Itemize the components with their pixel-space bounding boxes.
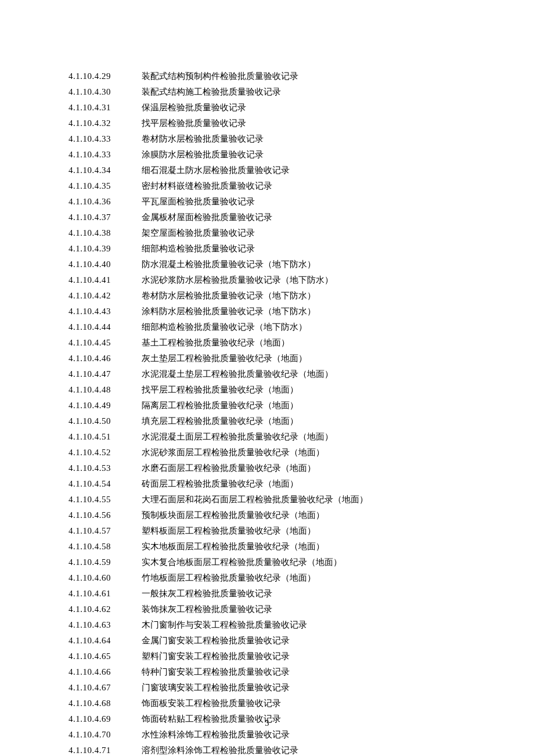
toc-entry-number: 4.1.10.4.54 <box>68 476 142 492</box>
toc-entry-title: 竹地板面层工程检验批质量验收纪录（地面） <box>142 570 482 586</box>
toc-entry: 4.1.10.4.58实木地板面层工程检验批质量验收纪录（地面） <box>68 539 482 555</box>
toc-entry-title: 平瓦屋面检验批质量验收记录 <box>142 194 482 210</box>
toc-entry: 4.1.10.4.37金属板材屋面检验批质量验收记录 <box>68 210 482 225</box>
toc-entry-number: 4.1.10.4.70 <box>68 727 142 743</box>
toc-entry-number: 4.1.10.4.49 <box>68 398 142 413</box>
toc-entry: 4.1.10.4.61一般抹灰工程检验批质量验收记录 <box>68 586 482 602</box>
toc-entry-number: 4.1.10.4.32 <box>68 116 142 131</box>
toc-entry-title: 预制板块面层工程检验批质量验收纪录（地面） <box>142 507 482 523</box>
toc-entry-title: 实木复合地板面层工程检验批质量验收纪录（地面） <box>142 555 482 570</box>
toc-entry-number: 4.1.10.4.46 <box>68 351 142 366</box>
toc-entry-number: 4.1.10.4.56 <box>68 507 142 523</box>
toc-entry-title: 细部构造检验批质量验收记录（地下防水） <box>142 319 482 335</box>
toc-entry-title: 一般抹灰工程检验批质量验收记录 <box>142 586 482 602</box>
toc-entry-number: 4.1.10.4.71 <box>68 743 142 756</box>
toc-entry-title: 灰土垫层工程检验批质量验收纪录（地面） <box>142 351 482 366</box>
toc-entry: 4.1.10.4.39细部构造检验批质量验收记录 <box>68 241 482 257</box>
toc-entry: 4.1.10.4.41水泥砂浆防水层检验批质量验收记录（地下防水） <box>68 272 482 288</box>
toc-entry-number: 4.1.10.4.64 <box>68 633 142 649</box>
toc-entry-title: 基土工程检验批质量验收纪录（地面） <box>142 335 482 351</box>
toc-entry-title: 找平层工程检验批质量验收纪录（地面） <box>142 382 482 398</box>
toc-entry: 4.1.10.4.48找平层工程检验批质量验收纪录（地面） <box>68 382 482 398</box>
toc-entry-number: 4.1.10.4.38 <box>68 225 142 241</box>
toc-entry: 4.1.10.4.30装配式结构施工检验批质量验收记录 <box>68 84 482 100</box>
toc-entry-number: 4.1.10.4.63 <box>68 617 142 633</box>
toc-entry-number: 4.1.10.4.41 <box>68 272 142 288</box>
toc-entry-title: 砖面层工程检验批质量验收纪录（地面） <box>142 476 482 492</box>
toc-entry: 4.1.10.4.66特种门窗安装工程检验批质量验收记录 <box>68 664 482 680</box>
toc-entry-number: 4.1.10.4.50 <box>68 413 142 429</box>
toc-entry-number: 4.1.10.4.29 <box>68 69 142 84</box>
toc-entry-number: 4.1.10.4.31 <box>68 100 142 116</box>
toc-entry-title: 塑料板面层工程检验批质量验收纪录（地面） <box>142 523 482 539</box>
toc-entry-number: 4.1.10.4.58 <box>68 539 142 555</box>
toc-entry-number: 4.1.10.4.51 <box>68 429 142 445</box>
toc-entry: 4.1.10.4.67门窗玻璃安装工程检验批质量验收记录 <box>68 680 482 696</box>
toc-entry-number: 4.1.10.4.35 <box>68 178 142 194</box>
toc-entry: 4.1.10.4.42卷材防水层检验批质量验收记录（地下防水） <box>68 288 482 304</box>
toc-entry-title: 细石混凝土防水层检验批质量验收记录 <box>142 163 482 178</box>
toc-entry-number: 4.1.10.4.44 <box>68 319 142 335</box>
toc-entry: 4.1.10.4.34细石混凝土防水层检验批质量验收记录 <box>68 163 482 178</box>
toc-entry-title: 水泥混凝土面层工程检验批质量验收纪录（地面） <box>142 429 482 445</box>
toc-entry: 4.1.10.4.32找平层检验批质量验收记录 <box>68 116 482 131</box>
toc-list: 4.1.10.4.29装配式结构预制构件检验批质量验收记录4.1.10.4.30… <box>68 69 482 756</box>
toc-entry: 4.1.10.4.44细部构造检验批质量验收记录（地下防水） <box>68 319 482 335</box>
page-number: 3 <box>0 719 534 728</box>
toc-entry-title: 特种门窗安装工程检验批质量验收记录 <box>142 664 482 680</box>
toc-entry-title: 水性涂料涂饰工程检验批质量验收记录 <box>142 727 482 743</box>
toc-entry: 4.1.10.4.54砖面层工程检验批质量验收纪录（地面） <box>68 476 482 492</box>
toc-entry-title: 门窗玻璃安装工程检验批质量验收记录 <box>142 680 482 696</box>
toc-entry-title: 架空屋面检验批质量验收记录 <box>142 225 482 241</box>
toc-entry-title: 装配式结构预制构件检验批质量验收记录 <box>142 69 482 84</box>
toc-entry-number: 4.1.10.4.30 <box>68 84 142 100</box>
toc-entry-title: 水泥砂浆面层工程检验批质量验收纪录（地面） <box>142 445 482 460</box>
toc-entry: 4.1.10.4.60竹地板面层工程检验批质量验收纪录（地面） <box>68 570 482 586</box>
toc-entry-number: 4.1.10.4.67 <box>68 680 142 696</box>
toc-entry: 4.1.10.4.62装饰抹灰工程检验批质量验收记录 <box>68 602 482 617</box>
toc-entry: 4.1.10.4.49隔离层工程检验批质量验收纪录（地面） <box>68 398 482 413</box>
toc-entry-title: 塑料门窗安装工程检验批质量验收记录 <box>142 649 482 664</box>
toc-entry: 4.1.10.4.43涂料防水层检验批质量验收记录（地下防水） <box>68 304 482 319</box>
toc-entry-number: 4.1.10.4.36 <box>68 194 142 210</box>
toc-entry-title: 溶剂型涂料涂饰工程检验批质量验收记录 <box>142 743 482 756</box>
toc-entry-title: 防水混凝土检验批质量验收记录（地下防水） <box>142 257 482 272</box>
toc-entry-number: 4.1.10.4.37 <box>68 210 142 225</box>
toc-entry: 4.1.10.4.65塑料门窗安装工程检验批质量验收记录 <box>68 649 482 664</box>
toc-entry-number: 4.1.10.4.57 <box>68 523 142 539</box>
toc-entry-title: 填充层工程检验批质量验收纪录（地面） <box>142 413 482 429</box>
toc-entry: 4.1.10.4.46灰土垫层工程检验批质量验收纪录（地面） <box>68 351 482 366</box>
toc-entry: 4.1.10.4.36平瓦屋面检验批质量验收记录 <box>68 194 482 210</box>
toc-entry: 4.1.10.4.29装配式结构预制构件检验批质量验收记录 <box>68 69 482 84</box>
toc-entry-title: 水磨石面层工程检验批质量验收纪录（地面） <box>142 460 482 476</box>
toc-entry: 4.1.10.4.38架空屋面检验批质量验收记录 <box>68 225 482 241</box>
toc-entry: 4.1.10.4.51水泥混凝土面层工程检验批质量验收纪录（地面） <box>68 429 482 445</box>
toc-entry-number: 4.1.10.4.60 <box>68 570 142 586</box>
toc-entry: 4.1.10.4.40防水混凝土检验批质量验收记录（地下防水） <box>68 257 482 272</box>
toc-entry-number: 4.1.10.4.62 <box>68 602 142 617</box>
toc-entry: 4.1.10.4.47水泥混凝土垫层工程检验批质量验收纪录（地面） <box>68 366 482 382</box>
toc-entry-number: 4.1.10.4.33 <box>68 131 142 147</box>
toc-entry: 4.1.10.4.50填充层工程检验批质量验收纪录（地面） <box>68 413 482 429</box>
toc-entry-title: 水泥混凝土垫层工程检验批质量验收纪录（地面） <box>142 366 482 382</box>
toc-entry-number: 4.1.10.4.45 <box>68 335 142 351</box>
toc-entry-title: 卷材防水层检验批质量验收记录（地下防水） <box>142 288 482 304</box>
toc-entry-number: 4.1.10.4.43 <box>68 304 142 319</box>
toc-entry: 4.1.10.4.53水磨石面层工程检验批质量验收纪录（地面） <box>68 460 482 476</box>
toc-entry-title: 饰面板安装工程检验批质量验收记录 <box>142 696 482 711</box>
toc-entry: 4.1.10.4.33卷材防水层检验批质量验收记录 <box>68 131 482 147</box>
toc-entry-number: 4.1.10.4.39 <box>68 241 142 257</box>
toc-entry: 4.1.10.4.64金属门窗安装工程检验批质量验收记录 <box>68 633 482 649</box>
toc-entry-number: 4.1.10.4.47 <box>68 366 142 382</box>
toc-entry-number: 4.1.10.4.40 <box>68 257 142 272</box>
toc-entry: 4.1.10.4.68饰面板安装工程检验批质量验收记录 <box>68 696 482 711</box>
toc-entry: 4.1.10.4.35密封材料嵌缝检验批质量验收记录 <box>68 178 482 194</box>
toc-entry-title: 找平层检验批质量验收记录 <box>142 116 482 131</box>
toc-entry-number: 4.1.10.4.55 <box>68 492 142 507</box>
toc-entry-number: 4.1.10.4.61 <box>68 586 142 602</box>
toc-entry-title: 大理石面层和花岗石面层工程检验批质量验收纪录（地面） <box>142 492 482 507</box>
toc-entry-number: 4.1.10.4.68 <box>68 696 142 711</box>
toc-entry-title: 实木地板面层工程检验批质量验收纪录（地面） <box>142 539 482 555</box>
toc-entry-number: 4.1.10.4.66 <box>68 664 142 680</box>
toc-entry: 4.1.10.4.45基土工程检验批质量验收纪录（地面） <box>68 335 482 351</box>
